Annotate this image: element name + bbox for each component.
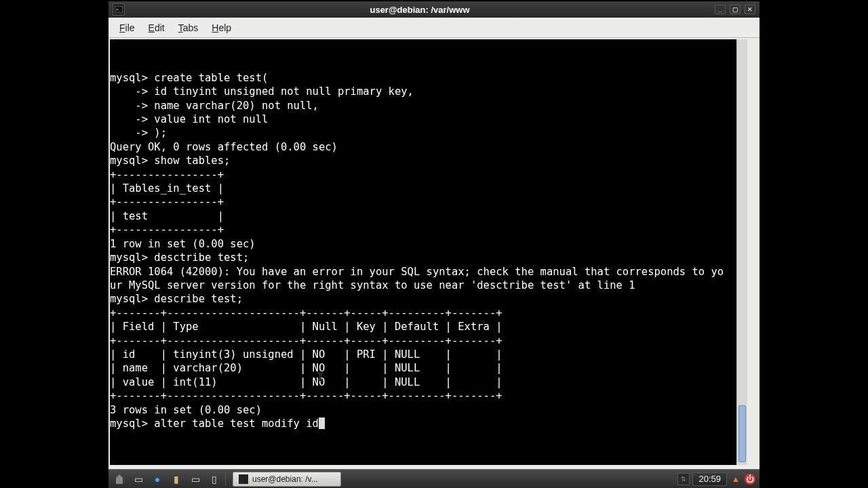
scrollbar-thumb[interactable]	[738, 405, 746, 462]
start-menu-icon[interactable]	[111, 472, 127, 487]
terminal-line: 1 row in set (0.00 sec)	[110, 237, 747, 251]
terminal-line: -> value int not null	[110, 113, 747, 126]
taskbar: ▭ ● ▮ ▭ ▯ user@debian: /v... ⇅ 20:59 ▲ ⏻	[108, 469, 760, 488]
terminal-line: mysql> create table test(	[110, 71, 747, 85]
minimize-button[interactable]: _	[715, 5, 726, 14]
terminal-line: -> );	[110, 126, 747, 140]
terminal-line: -> name varchar(20) not null,	[110, 99, 747, 113]
app-launcher-icon[interactable]: ▯	[206, 472, 222, 487]
terminal-launcher-icon[interactable]: ▭	[187, 472, 203, 487]
close-button[interactable]: ✕	[745, 5, 755, 14]
taskbar-window-label: user@debian: /v...	[252, 474, 318, 484]
terminal-cursor	[319, 418, 325, 429]
svg-text:>_: >_	[116, 7, 121, 12]
terminal-line: mysql> desctribe test;	[110, 251, 747, 264]
menubar: File Edit Tabs Help	[108, 18, 760, 38]
taskbar-window-button[interactable]: user@debian: /v...	[233, 472, 341, 487]
power-icon[interactable]: ⏻	[745, 474, 755, 485]
window-title: user@debian: /var/www	[125, 5, 715, 15]
terminal-line: | name | varchar(20) | NO | | NULL | |	[110, 361, 747, 375]
menu-tabs[interactable]: Tabs	[172, 20, 205, 36]
menu-help[interactable]: Help	[205, 20, 238, 36]
terminal-line: mysql> show tables;	[110, 154, 747, 167]
scrollbar[interactable]	[736, 39, 747, 465]
terminal-line: +----------------+	[110, 223, 747, 237]
terminal-prompt-line[interactable]: mysql> alter table test modify id	[110, 417, 747, 430]
window-titlebar: >_ user@debian: /var/www _ ▢ ✕	[108, 1, 760, 18]
notification-icon[interactable]: ▲	[730, 473, 742, 485]
terminal-app-icon: >_	[113, 3, 125, 16]
menu-file[interactable]: File	[113, 20, 142, 36]
terminal-line: 3 rows in set (0.00 sec)	[110, 403, 747, 417]
web-browser-icon[interactable]: ●	[149, 472, 165, 487]
terminal-line: +-------+---------------------+------+--…	[110, 389, 747, 403]
terminal-line: +-------+---------------------+------+--…	[110, 334, 747, 348]
terminal-line: ur MySQL server version for the right sy…	[110, 279, 747, 292]
terminal-line: mysql> describe test;	[110, 292, 747, 306]
terminal-line: | Field | Type | Null | Key | Default | …	[110, 320, 747, 333]
terminal-line: | value | int(11) | NO | | NULL | |	[110, 375, 747, 389]
menu-edit[interactable]: Edit	[142, 20, 172, 36]
terminal-frame: mysql> create table test( -> id tinyint …	[108, 38, 760, 469]
terminal-line: | Tables_in_test |	[110, 182, 747, 195]
terminal-line: | test |	[110, 209, 747, 223]
terminal-line: Query OK, 0 rows affected (0.00 sec)	[110, 140, 747, 154]
system-tray: ⇅ 20:59 ▲ ⏻	[677, 472, 755, 486]
terminal-line: +-------+---------------------+------+--…	[110, 306, 747, 320]
clock[interactable]: 20:59	[692, 472, 727, 486]
terminal[interactable]: mysql> create table test( -> id tinyint …	[110, 39, 747, 465]
terminal-line: +----------------+	[110, 168, 747, 182]
terminal-icon	[239, 474, 248, 484]
terminal-line: ERROR 1064 (42000): You have an error in…	[110, 265, 747, 279]
terminal-line: -> id tinyint unsigned not null primary …	[110, 85, 747, 98]
network-icon[interactable]: ⇅	[677, 473, 690, 485]
show-desktop-icon[interactable]: ▭	[130, 472, 146, 487]
terminal-line: +----------------+	[110, 195, 747, 209]
maximize-button[interactable]: ▢	[730, 5, 741, 14]
terminal-line: | id | tinyint(3) unsigned | NO | PRI | …	[110, 348, 747, 361]
file-manager-icon[interactable]: ▮	[168, 472, 184, 487]
